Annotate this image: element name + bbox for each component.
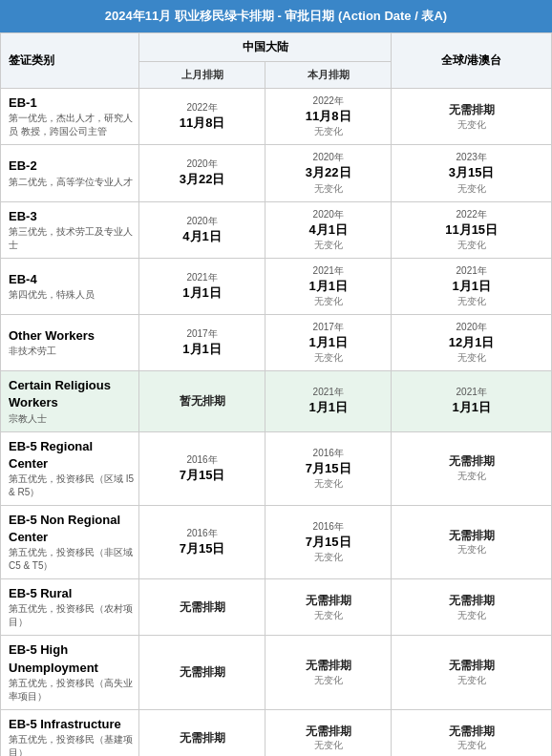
visa-sub: 第三优先，技术劳工及专业人士: [9, 225, 135, 252]
china-prev-eb5-nrc: 2016年7月15日: [139, 505, 265, 578]
table-row: Other Workers非技术劳工2017年1月1日2017年1月1日无变化2…: [1, 314, 552, 370]
china-curr-crw: 2021年1月1日: [265, 371, 392, 431]
visa-cell-eb2: EB-2第二优先，高等学位专业人才: [1, 145, 139, 201]
col-china-curr-header: 本月排期: [265, 61, 392, 88]
global-eb1: 无需排期无变化: [392, 89, 552, 145]
visa-main: EB-2: [9, 158, 135, 175]
global-eb5-rc: 无需排期无变化: [392, 431, 552, 505]
visa-sub: 第四优先，特殊人员: [9, 288, 135, 302]
global-eb5-nrc: 无需排期无变化: [392, 505, 552, 578]
visa-cell-eb5-rc: EB-5 Regional Center第五优先，投资移民（区域 I5 & R5…: [1, 431, 139, 505]
visa-cell-eb5-nrc: EB-5 Non Regional Center第五优先，投资移民（非区域 C5…: [1, 505, 139, 578]
visa-sub: 第五优先，投资移民（非区域 C5 & T5）: [9, 546, 135, 573]
china-curr-other-workers: 2017年1月1日无变化: [265, 314, 392, 370]
visa-main: EB-5 Regional Center: [9, 438, 135, 472]
visa-sub: 第五优先，投资移民（高失业率项目）: [9, 677, 135, 704]
table-row: EB-1第一优先，杰出人才，研究人员 教授，跨国公司主管2022年11月8日20…: [1, 89, 552, 145]
visa-sub: 第二优先，高等学位专业人才: [9, 176, 135, 189]
table-row: EB-3第三优先，技术劳工及专业人士2020年4月1日2020年4月1日无变化2…: [1, 201, 552, 258]
col-china-prev-header: 上月排期: [139, 61, 265, 88]
global-eb3: 2022年11月15日无变化: [392, 201, 552, 258]
china-curr-eb1: 2022年11月8日无变化: [265, 89, 392, 145]
visa-main: EB-4: [9, 271, 135, 288]
table-row: EB-5 High Unemployment第五优先，投资移民（高失业率项目）无…: [1, 636, 552, 709]
global-other-workers: 2020年12月1日无变化: [392, 314, 552, 370]
china-curr-eb5-high: 无需排期无变化: [265, 636, 392, 709]
visa-sub: 第一优先，杰出人才，研究人员 教授，跨国公司主管: [9, 112, 135, 138]
visa-main: Certain Religious Workers: [9, 377, 135, 411]
visa-main: EB-1: [9, 94, 135, 112]
global-eb5-infra: 无需排期无变化: [392, 709, 552, 756]
visa-sub: 第五优先，投资移民（基建项目）: [9, 733, 135, 756]
table-row: EB-4第四优先，特殊人员2021年1月1日2021年1月1日无变化2021年1…: [1, 258, 552, 314]
header: 2024年11月 职业移民绿卡排期 - 审批日期 (Action Date / …: [0, 0, 552, 32]
visa-cell-eb3: EB-3第三优先，技术劳工及专业人士: [1, 201, 139, 258]
table-row: EB-5 Rural第五优先，投资移民（农村项目）无需排期无需排期无变化无需排期…: [1, 579, 552, 636]
visa-cell-eb1: EB-1第一优先，杰出人才，研究人员 教授，跨国公司主管: [1, 89, 139, 145]
china-prev-other-workers: 2017年1月1日: [139, 314, 265, 370]
china-prev-eb4: 2021年1月1日: [139, 258, 265, 314]
global-eb5-rural: 无需排期无变化: [392, 579, 552, 636]
china-prev-eb3: 2020年4月1日: [139, 201, 265, 258]
col-global-header: 全球/港澳台: [392, 33, 552, 89]
china-prev-eb1: 2022年11月8日: [139, 89, 265, 145]
visa-cell-eb5-high: EB-5 High Unemployment第五优先，投资移民（高失业率项目）: [1, 636, 139, 709]
visa-main: EB-5 Infrastructure: [9, 716, 135, 733]
china-curr-eb5-rural: 无需排期无变化: [265, 579, 392, 636]
table-row: Certain Religious Workers宗教人士暂无排期2021年1月…: [1, 371, 552, 431]
visa-cell-crw: Certain Religious Workers宗教人士: [1, 371, 139, 431]
visa-sub: 宗教人士: [9, 412, 135, 426]
china-prev-crw: 暂无排期: [139, 371, 265, 431]
table-row: EB-5 Non Regional Center第五优先，投资移民（非区域 C5…: [1, 505, 552, 578]
visa-cell-other-workers: Other Workers非技术劳工: [1, 314, 139, 370]
visa-sub: 第五优先，投资移民（农村项目）: [9, 602, 135, 629]
col-visa-header: 签证类别: [1, 33, 139, 89]
global-crw: 2021年1月1日: [392, 371, 552, 431]
visa-sub: 非技术劳工: [9, 345, 135, 358]
visa-cell-eb4: EB-4第四优先，特殊人员: [1, 258, 139, 314]
china-prev-eb5-rural: 无需排期: [139, 579, 265, 636]
table-row: EB-5 Regional Center第五优先，投资移民（区域 I5 & R5…: [1, 431, 552, 505]
china-prev-eb2: 2020年3月22日: [139, 145, 265, 201]
visa-cell-eb5-infra: EB-5 Infrastructure第五优先，投资移民（基建项目）: [1, 709, 139, 756]
visa-main: EB-3: [9, 208, 135, 225]
china-prev-eb5-rc: 2016年7月15日: [139, 431, 265, 505]
china-curr-eb5-rc: 2016年7月15日无变化: [265, 431, 392, 505]
global-eb2: 2023年3月15日无变化: [392, 145, 552, 201]
table-row: EB-5 Infrastructure第五优先，投资移民（基建项目）无需排期无需…: [1, 709, 552, 756]
china-curr-eb2: 2020年3月22日无变化: [265, 145, 392, 201]
visa-cell-eb5-rural: EB-5 Rural第五优先，投资移民（农村项目）: [1, 579, 139, 636]
table-row: EB-2第二优先，高等学位专业人才2020年3月22日2020年3月22日无变化…: [1, 145, 552, 201]
header-title: 2024年11月 职业移民绿卡排期 - 审批日期 (Action Date / …: [105, 9, 447, 23]
col-china-header: 中国大陆: [139, 33, 392, 62]
visa-main: EB-5 Rural: [9, 585, 135, 602]
visa-main: EB-5 Non Regional Center: [9, 512, 135, 546]
global-eb5-high: 无需排期无变化: [392, 636, 552, 709]
china-curr-eb3: 2020年4月1日无变化: [265, 201, 392, 258]
global-eb4: 2021年1月1日无变化: [392, 258, 552, 314]
visa-sub: 第五优先，投资移民（区域 I5 & R5）: [9, 472, 135, 499]
china-curr-eb5-infra: 无需排期无变化: [265, 709, 392, 756]
china-prev-eb5-high: 无需排期: [139, 636, 265, 709]
china-curr-eb5-nrc: 2016年7月15日无变化: [265, 505, 392, 578]
visa-main: EB-5 High Unemployment: [9, 641, 135, 676]
visa-main: Other Workers: [9, 327, 135, 345]
china-prev-eb5-infra: 无需排期: [139, 709, 265, 756]
china-curr-eb4: 2021年1月1日无变化: [265, 258, 392, 314]
